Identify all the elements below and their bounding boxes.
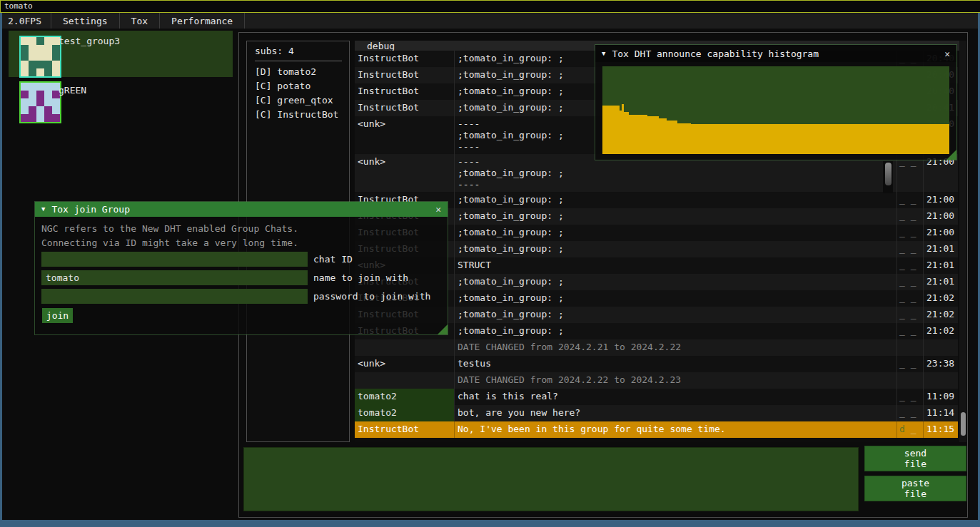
resize-grip-icon[interactable] (438, 324, 448, 334)
histogram-bar (602, 106, 620, 154)
avatar-pixel (36, 68, 44, 76)
chat-row[interactable]: tomato2bot, are you new here?_ _11:14 (355, 405, 958, 421)
message-text: ;tomato_in_group: ; (455, 208, 896, 225)
delivered-mark: d (899, 424, 905, 434)
fps-counter: 2.0FPS (2, 13, 51, 29)
message-scrollbar-thumb[interactable] (885, 163, 891, 185)
window-border-left (0, 13, 2, 520)
avatar-pixel (29, 37, 36, 45)
message-text: DATE CHANGED from 2024.2.21 to 2024.2.22 (455, 339, 896, 356)
avatar-pixel (29, 61, 36, 68)
avatar-pixel (29, 106, 36, 114)
message-time: 11:15 (923, 421, 958, 438)
message-sender: <unk> (355, 356, 455, 372)
dht-histogram-body (595, 62, 956, 160)
avatar-pixel (36, 106, 44, 114)
paste-file-button[interactable]: paste file (864, 476, 966, 501)
dht-histogram-plot (602, 66, 949, 154)
menu-item-tox[interactable]: Tox (120, 13, 160, 29)
chat-id-input[interactable] (41, 252, 308, 267)
delivery-marks: _ _ (896, 356, 923, 372)
message-sender: tomato2 (355, 405, 455, 421)
dht-histogram-titlebar[interactable]: ▼ Tox DHT announce capability histogram … (595, 45, 956, 62)
menu-items: SettingsToxPerformance (51, 13, 245, 29)
chat-date-row[interactable]: DATE CHANGED from 2024.2.22 to 2024.2.23 (355, 372, 958, 389)
avatar-pixel (52, 114, 60, 122)
resize-grip-icon[interactable] (946, 150, 956, 160)
member-item-potato[interactable]: [C] potato (247, 79, 349, 93)
chat-scrollbar-track[interactable] (959, 41, 966, 442)
chat-date-row[interactable]: DATE CHANGED from 2024.2.21 to 2024.2.22 (355, 339, 958, 356)
collapse-icon[interactable]: ▼ (41, 206, 45, 213)
avatar-pixel (44, 114, 52, 122)
avatar-pixel (21, 61, 29, 68)
histogram-bar (647, 116, 659, 154)
avatar-pixel (44, 91, 52, 98)
avatar-pixel (29, 114, 36, 122)
message-text: ;tomato_in_group: ; (455, 307, 896, 323)
avatar-pixel (52, 106, 60, 114)
message-text: ;tomato_in_group: ; (455, 274, 896, 290)
message-sender: InstructBot (355, 421, 455, 438)
message-sender: <unk> (355, 116, 455, 154)
message-time: 11:14 (923, 405, 958, 421)
message-sender: tomato2 (355, 389, 455, 405)
app-title: tomato (4, 1, 33, 11)
join-password-label: password to join with (313, 291, 430, 302)
message-text: DATE CHANGED from 2024.2.22 to 2024.2.23 (455, 372, 896, 389)
histogram-bar (624, 112, 629, 154)
avatar-pixel (44, 53, 52, 61)
avatar-pixel (21, 106, 29, 114)
join-group-titlebar[interactable]: ▼ Tox join Group ✕ (35, 202, 448, 217)
avatar-pixel (52, 68, 60, 76)
close-icon[interactable]: ✕ (944, 48, 950, 59)
tab-debug[interactable]: debug (367, 41, 395, 51)
member-item-green_qtox[interactable]: [C] green_qtox (247, 93, 349, 108)
menu-bar: 2.0FPS SettingsToxPerformance (2, 13, 978, 29)
avatar-pixel (44, 106, 52, 114)
group-avatar (19, 81, 61, 123)
avatar-pixel (44, 61, 52, 68)
delivery-marks: _ _ (896, 192, 923, 208)
member-item-tomato2[interactable]: [D] tomato2 (247, 65, 349, 79)
group-item-test_group3[interactable]: test_group3 (9, 31, 233, 77)
avatar-pixel (36, 91, 44, 98)
avatar-pixel (21, 98, 29, 106)
join-button[interactable]: join (42, 308, 73, 323)
avatar-pixel (44, 83, 52, 91)
message-input[interactable] (243, 447, 859, 511)
group-avatar (19, 36, 61, 78)
delivery-marks: _ _ (896, 290, 923, 307)
message-sender: InstructBot (355, 83, 455, 100)
app-window: tomato 2.0FPS SettingsToxPerformance tes… (0, 0, 980, 527)
collapse-icon[interactable]: ▼ (602, 51, 605, 57)
chat-scrollbar-thumb[interactable] (961, 412, 966, 436)
chat-row[interactable]: tomato2chat is this real?_ _11:09 (355, 389, 958, 405)
avatar-pixel (36, 37, 44, 45)
close-icon[interactable]: ✕ (435, 204, 441, 215)
chat-row[interactable]: InstructBotNo, I've been in this group f… (355, 421, 958, 438)
delivery-marks: _ _ (896, 225, 923, 241)
message-text: ;tomato_in_group: ; (455, 192, 896, 208)
avatar-pixel (36, 98, 44, 106)
menu-item-settings[interactable]: Settings (51, 13, 120, 29)
histogram-bar (691, 124, 949, 154)
group-item-gREEN[interactable]: gREEN (9, 80, 233, 126)
join-group-title: Tox join Group (51, 204, 130, 215)
message-time: 21:00 (923, 225, 958, 241)
join-password-input[interactable] (41, 289, 308, 304)
avatar-pixel (44, 68, 52, 76)
join-name-input[interactable] (41, 270, 308, 285)
window-border-bottom (0, 520, 980, 527)
dht-histogram-title: Tox DHT announce capability histogram (612, 48, 819, 59)
member-item-InstructBot[interactable]: [C] InstructBot (247, 108, 349, 122)
send-file-button[interactable]: send file (864, 446, 966, 471)
delivery-marks: _ _ (896, 307, 923, 323)
menu-item-performance[interactable]: Performance (160, 13, 245, 29)
chat-row[interactable]: <unk>testus_ _23:38 (355, 356, 958, 372)
histogram-bar (659, 118, 667, 154)
avatar-pixel (52, 53, 60, 61)
message-text: ;tomato_in_group: ; (455, 241, 896, 257)
avatar-pixel (36, 114, 44, 122)
avatar-pixel (36, 61, 44, 68)
